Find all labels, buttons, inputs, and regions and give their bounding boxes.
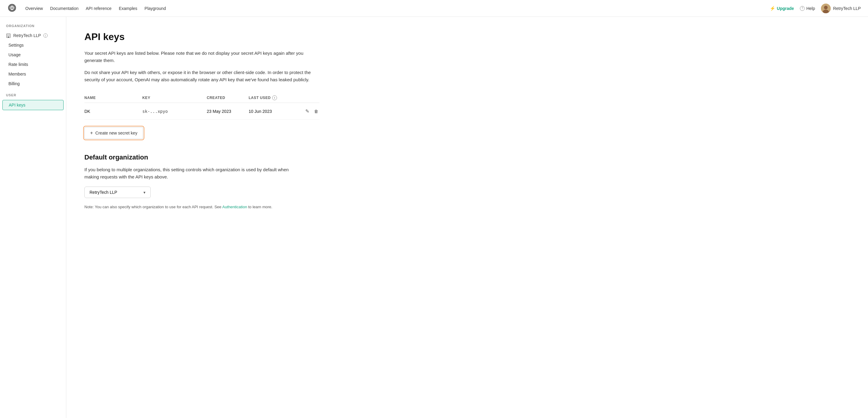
nav-api-reference[interactable]: API reference bbox=[86, 6, 112, 11]
col-header-actions bbox=[300, 93, 319, 103]
default-org-title: Default organization bbox=[84, 153, 319, 161]
org-info-icon[interactable]: i bbox=[43, 33, 48, 38]
help-button[interactable]: ? Help bbox=[800, 6, 815, 11]
sidebar-item-members[interactable]: Members bbox=[2, 69, 64, 79]
api-keys-table: NAME KEY CREATED LAST USED i bbox=[84, 93, 319, 120]
col-header-name: NAME bbox=[84, 93, 142, 103]
delete-icon[interactable]: 🗑 bbox=[313, 108, 319, 115]
note-before: Note: You can also specify which organiz… bbox=[84, 205, 222, 209]
create-button-label: Create new secret key bbox=[95, 131, 137, 135]
lastused-info-icon[interactable]: i bbox=[272, 95, 277, 100]
svg-rect-8 bbox=[9, 36, 9, 36]
svg-rect-9 bbox=[8, 37, 9, 38]
sidebar-item-settings[interactable]: Settings bbox=[2, 40, 64, 50]
org-name-text: RetryTech LLP bbox=[13, 33, 41, 38]
description-2: Do not share your API key with others, o… bbox=[84, 69, 313, 83]
layout: ORGANIZATION RetryTech LLP i Settings Us… bbox=[0, 17, 868, 418]
nav-examples[interactable]: Examples bbox=[119, 6, 137, 11]
row-actions: ✎ 🗑 bbox=[300, 103, 319, 120]
user-label: RetryTech LLP bbox=[833, 6, 861, 11]
user-section-label: USER bbox=[0, 93, 66, 100]
default-org-desc: If you belong to multiple organizations,… bbox=[84, 166, 301, 181]
nav-links: Overview Documentation API reference Exa… bbox=[25, 6, 166, 11]
main-content: API keys Your secret API keys are listed… bbox=[66, 17, 338, 418]
description-1: Your secret API keys are listed below. P… bbox=[84, 50, 313, 64]
svg-point-2 bbox=[824, 6, 828, 9]
page-title: API keys bbox=[84, 31, 319, 42]
plus-icon: + bbox=[90, 130, 93, 136]
sidebar-item-org-name[interactable]: RetryTech LLP i bbox=[0, 31, 66, 40]
sidebar-item-usage[interactable]: Usage bbox=[2, 50, 64, 60]
avatar bbox=[821, 4, 831, 13]
org-select-dropdown[interactable]: RetryTech LLP ▾ bbox=[84, 186, 151, 198]
row-created: 23 May 2023 bbox=[207, 103, 249, 120]
edit-icon[interactable]: ✎ bbox=[304, 107, 310, 115]
upgrade-label: Upgrade bbox=[777, 6, 794, 11]
sidebar: ORGANIZATION RetryTech LLP i Settings Us… bbox=[0, 17, 66, 418]
sidebar-item-billing[interactable]: Billing bbox=[2, 79, 64, 89]
authentication-link[interactable]: Authentication bbox=[222, 205, 247, 209]
chevron-down-icon: ▾ bbox=[144, 190, 146, 195]
topnav: Overview Documentation API reference Exa… bbox=[0, 0, 868, 17]
sidebar-item-api-keys[interactable]: API keys bbox=[2, 100, 64, 110]
svg-rect-7 bbox=[7, 36, 8, 36]
org-section-label: ORGANIZATION bbox=[0, 24, 66, 31]
note-text: Note: You can also specify which organiz… bbox=[84, 204, 301, 210]
row-key: sk-...xpyo bbox=[142, 103, 207, 120]
nav-documentation[interactable]: Documentation bbox=[50, 6, 79, 11]
logo[interactable] bbox=[7, 3, 17, 13]
row-name: DK bbox=[84, 103, 142, 120]
org-select-value: RetryTech LLP bbox=[90, 190, 117, 195]
col-header-lastused: LAST USED i bbox=[249, 93, 300, 103]
col-header-created: CREATED bbox=[207, 93, 249, 103]
table-row: DK sk-...xpyo 23 May 2023 10 Jun 2023 ✎ … bbox=[84, 103, 319, 120]
building-icon bbox=[6, 33, 11, 38]
user-menu[interactable]: RetryTech LLP bbox=[821, 4, 861, 13]
note-after: to learn more. bbox=[247, 205, 273, 209]
svg-rect-6 bbox=[9, 35, 9, 35]
help-label: Help bbox=[806, 6, 815, 11]
create-secret-key-button[interactable]: + Create new secret key bbox=[84, 127, 143, 139]
nav-playground[interactable]: Playground bbox=[145, 6, 166, 11]
topnav-right: ⚡ Upgrade ? Help RetryTech LLP bbox=[770, 4, 861, 13]
sidebar-item-rate-limits[interactable]: Rate limits bbox=[2, 60, 64, 69]
help-circle-icon: ? bbox=[800, 6, 805, 11]
nav-overview[interactable]: Overview bbox=[25, 6, 43, 11]
upgrade-button[interactable]: ⚡ Upgrade bbox=[770, 6, 794, 11]
lightning-icon: ⚡ bbox=[770, 6, 775, 11]
row-lastused: 10 Jun 2023 bbox=[249, 103, 300, 120]
col-header-key: KEY bbox=[142, 93, 207, 103]
svg-rect-5 bbox=[7, 35, 8, 35]
